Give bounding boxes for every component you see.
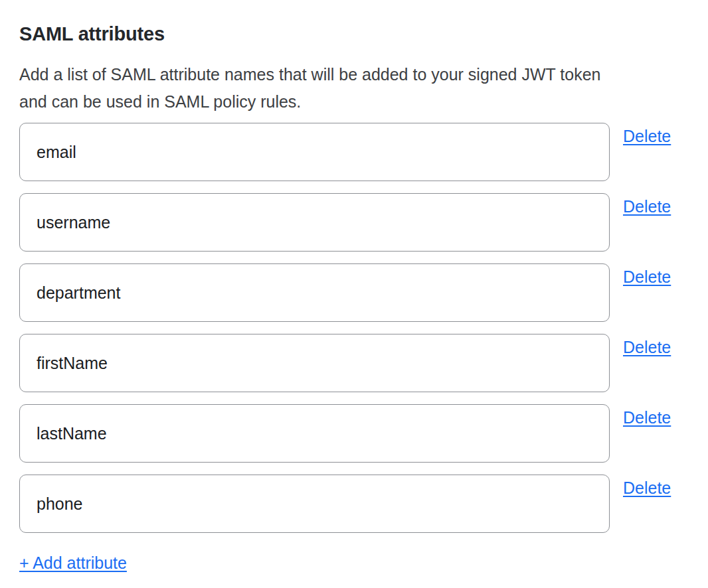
attribute-row: Delete — [19, 263, 708, 322]
attribute-input[interactable] — [19, 404, 610, 463]
delete-link[interactable]: Delete — [623, 193, 671, 216]
attribute-input[interactable] — [19, 475, 610, 533]
add-attribute-link[interactable]: + Add attribute — [19, 553, 127, 573]
delete-link[interactable]: Delete — [623, 404, 671, 427]
section-title: SAML attributes — [19, 23, 708, 44]
attribute-input[interactable] — [19, 263, 610, 322]
attribute-row: Delete — [19, 123, 708, 181]
attribute-input[interactable] — [19, 193, 610, 252]
saml-attributes-section: SAML attributes Add a list of SAML attri… — [0, 0, 708, 573]
delete-link[interactable]: Delete — [623, 334, 671, 357]
attribute-row: Delete — [19, 475, 708, 533]
delete-link[interactable]: Delete — [623, 263, 671, 287]
attribute-row: Delete — [19, 404, 708, 463]
section-description-line1: Add a list of SAML attribute names that … — [19, 61, 697, 88]
section-description-line2: and can be used in SAML policy rules. — [19, 88, 697, 115]
attribute-list: Delete Delete Delete Delete Delete Delet… — [19, 123, 708, 533]
attribute-input[interactable] — [19, 123, 610, 181]
delete-link[interactable]: Delete — [623, 123, 671, 146]
section-description: Add a list of SAML attribute names that … — [19, 61, 697, 115]
attribute-row: Delete — [19, 334, 708, 392]
attribute-input[interactable] — [19, 334, 610, 392]
attribute-row: Delete — [19, 193, 708, 252]
delete-link[interactable]: Delete — [623, 475, 671, 498]
